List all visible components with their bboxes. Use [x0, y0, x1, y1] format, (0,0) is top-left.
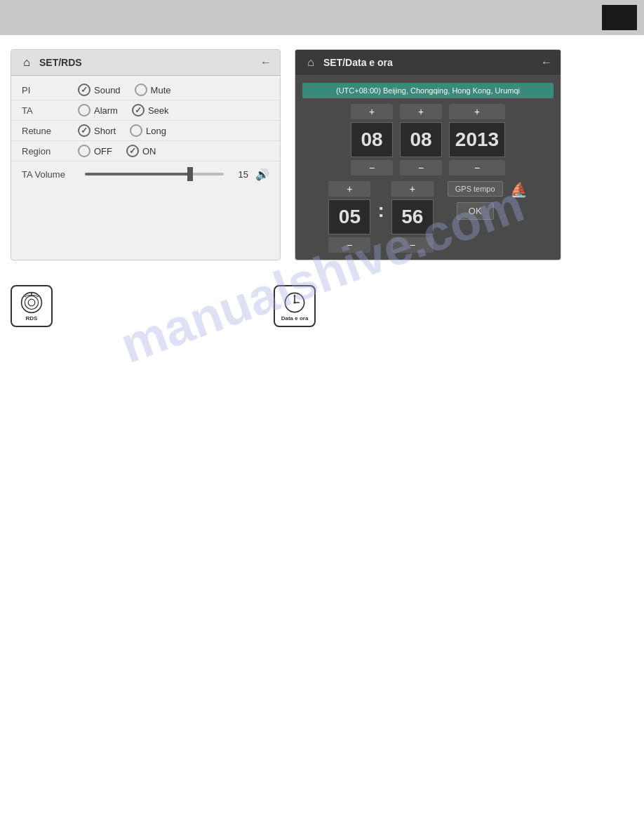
- datetime-ok-button[interactable]: OK: [457, 202, 494, 220]
- top-bar-black-box: [602, 5, 637, 30]
- datetime-content: (UTC+08:00) Beijing, Chongqing, Hong Kon…: [295, 76, 561, 260]
- datetime-home-icon[interactable]: ⌂: [304, 55, 318, 70]
- rds-panel: ⌂ SET/RDS ← PI Sound Mute: [11, 49, 281, 260]
- datetime-gps-area: GPS tempo OK: [448, 181, 503, 220]
- datetime-colon: :: [377, 181, 384, 222]
- rds-ta-seek-label: Seek: [148, 105, 169, 116]
- rds-ta-options: Alarm Seek: [78, 104, 269, 117]
- datetime-date-row: + 08 − + 08 − + 2013 −: [302, 104, 554, 176]
- rds-pi-sound-option[interactable]: Sound: [78, 84, 121, 96]
- rds-pi-mute-option[interactable]: Mute: [135, 84, 171, 96]
- rds-pi-mute-label: Mute: [151, 85, 171, 95]
- rds-ta-volume-slider[interactable]: [85, 167, 224, 181]
- datetime-month-box: + 08 −: [351, 104, 393, 176]
- rds-options-table: PI Sound Mute TA: [11, 76, 280, 191]
- rds-retune-long-label: Long: [146, 126, 166, 136]
- rds-region-options: OFF ON: [78, 145, 269, 157]
- datetime-minute-box: + 56 −: [391, 181, 434, 253]
- rds-volume-speaker-icon: 🔊: [255, 168, 269, 181]
- rds-volume-thumb[interactable]: [187, 167, 193, 181]
- rds-ta-alarm-option[interactable]: Alarm: [78, 104, 118, 117]
- rds-region-on-label: ON: [142, 146, 156, 157]
- datetime-day-display: 08: [400, 122, 442, 157]
- rds-ta-volume-value: 15: [231, 169, 248, 180]
- rds-retune-options: Short Long: [78, 124, 269, 137]
- rds-region-label: Region: [22, 146, 78, 157]
- badges-row: RDS Data e ora: [0, 274, 644, 334]
- datetime-time-row: + 05 − : + 56 − GPS tempo OK ⛵: [302, 181, 554, 253]
- rds-region-off-label: OFF: [94, 146, 112, 157]
- svg-point-1: [25, 296, 38, 309]
- rds-region-row: Region OFF ON: [11, 141, 280, 161]
- datetime-month-plus[interactable]: +: [351, 104, 393, 119]
- rds-retune-short-option[interactable]: Short: [78, 124, 116, 137]
- datetime-year-minus[interactable]: −: [449, 160, 505, 176]
- rds-region-off-option[interactable]: OFF: [78, 145, 112, 157]
- rds-panel-title: SET/RDS: [39, 57, 82, 68]
- rds-volume-track: [85, 173, 224, 176]
- rds-ta-volume-row: TA Volume 15 🔊: [11, 161, 280, 187]
- datetime-day-box: + 08 −: [400, 104, 442, 176]
- datetime-year-display: 2013: [449, 122, 505, 157]
- datetime-month-minus[interactable]: −: [351, 160, 393, 176]
- datetime-sailboat-icon: ⛵: [510, 181, 528, 198]
- rds-icon-svg: [20, 291, 43, 314]
- datetime-year-plus[interactable]: +: [449, 104, 505, 119]
- rds-ta-seek-option[interactable]: Seek: [132, 104, 169, 117]
- rds-ta-alarm-label: Alarm: [94, 105, 118, 116]
- rds-pi-sound-radio[interactable]: [78, 84, 90, 96]
- rds-panel-header: ⌂ SET/RDS ←: [11, 50, 280, 76]
- datetime-badge-icon: Data e ora: [274, 285, 316, 327]
- rds-badge-label: RDS: [26, 315, 38, 322]
- datetime-minute-plus[interactable]: +: [391, 181, 434, 197]
- datetime-minute-display: 56: [391, 199, 434, 234]
- datetime-hour-plus[interactable]: +: [328, 181, 370, 197]
- rds-retune-short-label: Short: [94, 126, 116, 136]
- rds-ta-label: TA: [22, 105, 78, 116]
- rds-home-icon[interactable]: ⌂: [20, 55, 34, 70]
- datetime-icon-svg: [283, 291, 306, 314]
- datetime-month-display: 08: [351, 122, 393, 157]
- datetime-hour-minus[interactable]: −: [328, 237, 370, 253]
- rds-pi-row: PI Sound Mute: [11, 80, 280, 100]
- datetime-panel-title: SET/Data e ora: [323, 57, 393, 68]
- rds-retune-label: Retune: [22, 126, 78, 136]
- rds-pi-mute-radio[interactable]: [135, 84, 147, 96]
- datetime-day-plus[interactable]: +: [400, 104, 442, 119]
- rds-ta-seek-radio[interactable]: [132, 104, 145, 117]
- datetime-gps-button[interactable]: GPS tempo: [448, 181, 503, 197]
- rds-pi-label: PI: [22, 85, 78, 95]
- rds-pi-sound-label: Sound: [94, 85, 121, 95]
- rds-retune-short-radio[interactable]: [78, 124, 90, 137]
- datetime-timezone-bar: (UTC+08:00) Beijing, Chongqing, Hong Kon…: [302, 83, 554, 98]
- rds-ta-row: TA Alarm Seek: [11, 100, 280, 121]
- datetime-panel: ⌂ SET/Data e ora ← (UTC+08:00) Beijing, …: [295, 49, 561, 260]
- datetime-hour-display: 05: [328, 199, 370, 234]
- datetime-day-minus[interactable]: −: [400, 160, 442, 176]
- rds-retune-row: Retune Short Long: [11, 121, 280, 141]
- datetime-hour-box: + 05 −: [328, 181, 370, 253]
- rds-region-on-option[interactable]: ON: [126, 145, 156, 157]
- datetime-minute-minus[interactable]: −: [391, 237, 434, 253]
- rds-back-button[interactable]: ←: [260, 56, 271, 69]
- datetime-panel-header: ⌂ SET/Data e ora ←: [295, 50, 561, 76]
- rds-badge-icon: RDS: [11, 285, 53, 327]
- rds-retune-long-radio[interactable]: [130, 124, 142, 137]
- main-content: ⌂ SET/RDS ← PI Sound Mute: [0, 35, 644, 274]
- datetime-year-box: + 2013 −: [449, 104, 505, 176]
- rds-pi-options: Sound Mute: [78, 84, 269, 96]
- rds-retune-long-option[interactable]: Long: [130, 124, 166, 137]
- svg-point-2: [28, 299, 35, 306]
- datetime-back-button[interactable]: ←: [541, 56, 552, 69]
- rds-region-off-radio[interactable]: [78, 145, 90, 157]
- rds-volume-fill: [85, 173, 189, 176]
- rds-ta-volume-label: TA Volume: [22, 169, 78, 180]
- datetime-badge-label: Data e ora: [281, 315, 309, 322]
- top-bar: [0, 0, 644, 35]
- rds-ta-alarm-radio[interactable]: [78, 104, 90, 117]
- rds-region-on-radio[interactable]: [126, 145, 139, 157]
